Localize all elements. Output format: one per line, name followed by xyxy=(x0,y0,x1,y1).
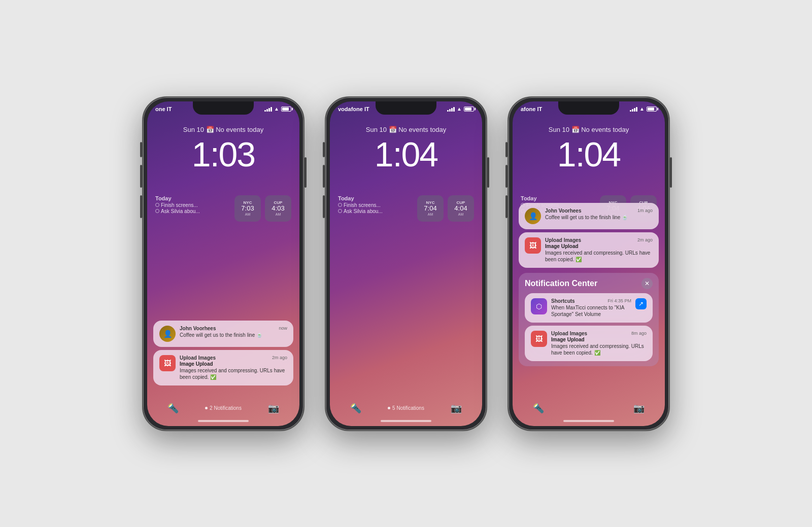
notif-time-1-1: now xyxy=(279,326,287,331)
side-button-left-3-3[interactable] xyxy=(505,195,507,218)
lock-date-3: Sun 10 📅 No events today xyxy=(513,126,665,133)
widget-row-2: Today Finish screens... Ask Silvia abou.… xyxy=(338,195,474,222)
phone-1: one IT ▲ Sun 10 📅 No events toda xyxy=(142,96,304,431)
phone-1-frame: one IT ▲ Sun 10 📅 No events toda xyxy=(142,96,304,431)
nc-arrow-shortcuts[interactable]: ↗ xyxy=(635,298,647,309)
reminder-title-2: Today xyxy=(338,195,413,201)
lock-time-3: 1:04 xyxy=(513,134,665,174)
carrier-2: vodafone IT xyxy=(338,106,369,112)
notifications-1: 👤 John Voorhees now Coffee will get us t… xyxy=(153,321,293,385)
notif-sender-1: John Voorhees xyxy=(180,326,216,331)
reminder-title-3: Today xyxy=(521,195,596,201)
carrier-3: afone IT xyxy=(521,106,542,112)
phone-2: vodafone IT ▲ Sun 10 📅 No events today xyxy=(325,96,487,431)
shortcuts-icon: ⬡ xyxy=(531,298,547,314)
nc-body-upload: Images received and compressing. URLs ha… xyxy=(551,343,647,356)
avatar-john-1: 👤 xyxy=(159,326,176,342)
side-button-right-2[interactable] xyxy=(487,157,489,188)
side-button-right-3[interactable] xyxy=(670,157,672,188)
flashlight-icon-1[interactable]: 🔦 xyxy=(167,403,179,414)
notif-count-2: 5 Notifications xyxy=(388,405,424,411)
notif-body-1-1: Coffee will get us to the finish line 🍵 xyxy=(180,332,287,338)
upload-icon-3: 🖼 xyxy=(525,237,541,254)
notif-subtitle-3-2: Image Upload xyxy=(545,243,653,249)
camera-icon-1[interactable]: 📷 xyxy=(268,403,279,414)
side-button-left-2-3[interactable] xyxy=(505,165,507,188)
signal-icon-3 xyxy=(630,107,637,112)
battery-icon-1 xyxy=(281,107,291,112)
notif-card-1-2[interactable]: 🖼 Upload Images 2m ago Image Upload Imag… xyxy=(153,350,293,385)
notif-app-3-2: Upload Images xyxy=(545,237,581,243)
avatar-john-3: 👤 xyxy=(525,208,541,224)
nc-time-shortcuts: Fri 4:35 PM xyxy=(607,298,631,303)
wifi-icon-1: ▲ xyxy=(274,106,279,112)
bottom-bar-2: 🔦 5 Notifications 📷 xyxy=(330,403,482,414)
side-button-left-2-1[interactable] xyxy=(140,165,142,188)
reminder-item-2-1: Finish screens... xyxy=(338,202,413,208)
nc-app-shortcuts: Shortcuts xyxy=(551,298,575,304)
notif-subtitle-1-2: Image Upload xyxy=(180,361,287,367)
wifi-icon-2: ▲ xyxy=(457,106,462,112)
upload-icon-1: 🖼 xyxy=(159,355,176,371)
camera-icon-3[interactable]: 📷 xyxy=(633,403,645,414)
nc-app-upload: Upload Images xyxy=(551,331,587,336)
nc-subtitle-upload: Image Upload xyxy=(551,337,647,342)
camera-icon-2[interactable]: 📷 xyxy=(451,403,462,414)
wifi-icon-3: ▲ xyxy=(639,106,645,112)
lock-time-1: 1:03 xyxy=(147,134,299,174)
side-button-right-1[interactable] xyxy=(304,157,307,188)
signal-icon-1 xyxy=(264,107,272,112)
reminder-item-1-2: Ask Silvia abou... xyxy=(155,208,230,214)
clock-nyc-2: NYC 7:04 AM xyxy=(417,195,444,222)
carrier-1: one IT xyxy=(155,106,172,112)
upload-icon-nc: 🖼 xyxy=(531,331,547,347)
nc-close-button[interactable]: ✕ xyxy=(641,278,653,289)
top-notifications-3: 👤 John Voorhees 1m ago Coffee will get u… xyxy=(519,203,659,366)
side-button-left-2-2[interactable] xyxy=(323,165,325,188)
widget-row-1: Today Finish screens... Ask Silvia abou.… xyxy=(155,195,291,222)
home-indicator-3 xyxy=(563,420,614,422)
phone-3-screen: afone IT ▲ Sun 10 📅 No events today xyxy=(513,101,665,426)
notif-content-1-2: Upload Images 2m ago Image Upload Images… xyxy=(180,355,287,380)
lock-time-2: 1:04 xyxy=(330,134,482,174)
notif-body-1-2: Images received and compressing. URLs ha… xyxy=(180,367,287,380)
phone-3-frame: afone IT ▲ Sun 10 📅 No events today xyxy=(507,96,670,431)
notch-2 xyxy=(376,101,436,115)
clock-nyc-1: NYC 7:03 AM xyxy=(234,195,261,222)
home-indicator-1 xyxy=(198,420,249,422)
notif-body-3-2: Images received and compressing. URLs ha… xyxy=(545,250,653,263)
nc-body-shortcuts: When MaxTicci connects to "KIA Sportage"… xyxy=(551,304,631,318)
notif-card-1-1[interactable]: 👤 John Voorhees now Coffee will get us t… xyxy=(153,321,293,347)
notif-content-3-1: John Voorhees 1m ago Coffee will get us … xyxy=(545,208,653,221)
home-indicator-2 xyxy=(381,420,431,422)
nc-notif-shortcuts[interactable]: ⬡ Shortcuts Fri 4:35 PM When MaxTicci co… xyxy=(525,293,653,323)
phone-1-screen: one IT ▲ Sun 10 📅 No events toda xyxy=(147,101,299,426)
side-button-left-1-2[interactable] xyxy=(323,142,325,157)
notif-sender-3: John Voorhees xyxy=(545,208,582,214)
lock-date-1: Sun 10 📅 No events today xyxy=(147,126,299,133)
flashlight-icon-2[interactable]: 🔦 xyxy=(350,403,361,414)
nc-content-shortcuts: Shortcuts Fri 4:35 PM When MaxTicci conn… xyxy=(551,298,631,318)
notif-app-1-2: Upload Images xyxy=(180,355,216,361)
notif-time-3-2: 2m ago xyxy=(637,237,653,242)
side-button-left-3-2[interactable] xyxy=(323,195,325,218)
bottom-bar-1: 🔦 2 Notifications 📷 xyxy=(147,403,299,414)
side-button-left-1-3[interactable] xyxy=(505,142,507,157)
side-button-left-1-1[interactable] xyxy=(140,142,142,157)
clock-cup-1: CUP 4:03 AM xyxy=(265,195,291,222)
notif-card-3-2[interactable]: 🖼 Upload Images 2m ago Image Upload Imag… xyxy=(519,232,659,268)
reminder-item-1-1: Finish screens... xyxy=(155,202,230,208)
side-button-left-3-1[interactable] xyxy=(140,195,142,218)
nc-header: Notification Center ✕ xyxy=(525,278,653,289)
notif-content-3-2: Upload Images 2m ago Image Upload Images… xyxy=(545,237,653,263)
phone-2-screen: vodafone IT ▲ Sun 10 📅 No events today xyxy=(330,101,482,426)
reminder-widget-2: Today Finish screens... Ask Silvia abou.… xyxy=(338,195,413,222)
nc-content-upload: Upload Images 8m ago Image Upload Images… xyxy=(551,331,647,356)
reminder-item-2-2: Ask Silvia abou... xyxy=(338,208,413,214)
nc-time-upload: 8m ago xyxy=(631,331,647,336)
bottom-bar-3: 🔦 📷 xyxy=(513,403,665,414)
notif-card-3-1[interactable]: 👤 John Voorhees 1m ago Coffee will get u… xyxy=(519,203,659,229)
signal-icon-2 xyxy=(447,107,455,112)
nc-notif-upload[interactable]: 🖼 Upload Images 8m ago Image Upload Imag… xyxy=(525,326,653,361)
flashlight-icon-3[interactable]: 🔦 xyxy=(533,403,544,414)
